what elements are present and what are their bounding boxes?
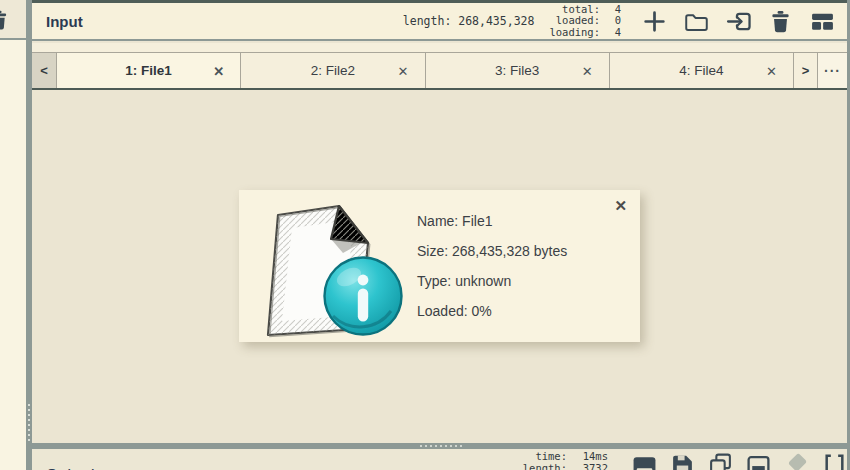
tab-close-icon[interactable]: ✕ — [582, 64, 593, 77]
tab-close-icon[interactable]: ✕ — [213, 64, 224, 77]
file-info-card: Name: File1 Size: 268,435,328 bytes Type… — [239, 190, 640, 342]
loading-value: 4 — [615, 27, 621, 39]
tab-file3[interactable]: 3: File3 ✕ — [426, 53, 610, 88]
file-info-icon — [247, 194, 412, 339]
tabs-prev-button[interactable]: < — [32, 53, 57, 88]
input-header-right: length: 268,435,328 total: 4 loaded: 0 l… — [403, 4, 839, 39]
left-rail — [0, 0, 26, 470]
card-close-icon[interactable]: ✕ — [614, 198, 627, 213]
file-loaded-line: Loaded: 0% — [417, 296, 567, 326]
output-toolbar — [632, 452, 847, 470]
trash-icon[interactable] — [0, 9, 10, 31]
time-value: 14ms — [583, 450, 608, 462]
import-icon[interactable] — [726, 9, 751, 34]
file-size-line: Size: 268,435,328 bytes — [417, 236, 567, 266]
file-info-text: Name: File1 Size: 268,435,328 bytes Type… — [417, 206, 567, 326]
left-rail-header — [0, 0, 26, 40]
vertical-splitter-handle[interactable] — [26, 404, 32, 441]
horizontal-splitter-handle[interactable] — [420, 445, 462, 447]
input-panel-header: Input length: 268,435,328 total: 4 loade… — [32, 3, 847, 41]
tab-close-icon[interactable]: ✕ — [766, 64, 777, 77]
file-name-line: Name: File1 — [417, 206, 567, 236]
tab-label: 2: File2 — [311, 63, 355, 78]
loading-label: loading: — [549, 27, 600, 39]
output-stats: time: 14ms length: 3732 — [412, 450, 608, 470]
output-panel-title: Output — [46, 465, 95, 470]
output-panel: Output time: 14ms length: 3732 — [32, 449, 847, 470]
export-icon[interactable] — [746, 452, 771, 470]
tabs-next-button[interactable]: > — [794, 53, 818, 88]
output-length-value: 3732 — [583, 462, 608, 470]
tab-close-icon[interactable]: ✕ — [398, 64, 409, 77]
tab-label: 1: File1 — [125, 63, 172, 78]
brackets-icon[interactable] — [822, 452, 847, 470]
file-type-line: Type: unknown — [417, 266, 567, 296]
tab-strip: < 1: File1 ✕ 2: File2 ✕ 3: File3 ✕ 4: Fi… — [32, 43, 847, 90]
tab-label: 4: File4 — [679, 63, 723, 78]
tab-file4[interactable]: 4: File4 ✕ — [610, 53, 794, 88]
open-folder-icon[interactable] — [684, 9, 709, 34]
save-icon[interactable] — [670, 452, 695, 470]
archive-icon[interactable] — [632, 452, 657, 470]
copy-icon[interactable] — [708, 452, 733, 470]
length-label: length: — [403, 14, 451, 28]
add-icon[interactable] — [642, 9, 667, 34]
tab-file2[interactable]: 2: File2 ✕ — [241, 53, 425, 88]
delete-icon[interactable] — [768, 9, 793, 34]
eraser-icon[interactable] — [784, 452, 809, 470]
totals-stats: total: 4 loaded: 0 loading: 4 — [549, 4, 621, 39]
length-stat: length: 268,435,328 — [403, 14, 535, 28]
output-length-label: length: — [523, 462, 567, 470]
input-toolbar — [642, 9, 835, 34]
length-value: 268,435,328 — [458, 14, 534, 28]
tab-file1[interactable]: 1: File1 ✕ — [57, 53, 241, 88]
input-panel-title: Input — [46, 13, 83, 30]
time-label: time: — [535, 450, 567, 462]
tab-label: 3: File3 — [495, 63, 539, 78]
tab-row: < 1: File1 ✕ 2: File2 ✕ 3: File3 ✕ 4: Fi… — [32, 52, 847, 88]
layout-icon[interactable] — [810, 9, 835, 34]
tabs-more-button[interactable]: ··· — [818, 53, 847, 88]
